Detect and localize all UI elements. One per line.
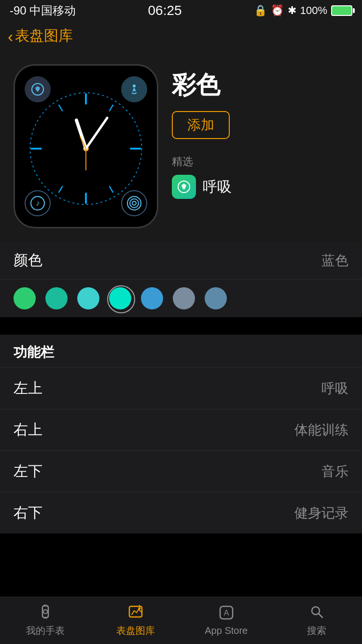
section-divider: [0, 317, 362, 335]
status-right: 🔒 ⏰ ✱ 100%: [254, 4, 352, 17]
svg-line-32: [319, 614, 322, 617]
status-time: 06:25: [148, 3, 182, 18]
bluetooth-icon: ✱: [288, 4, 296, 17]
svg-line-7: [110, 186, 113, 192]
tab-watch-faces-label: 表盘图库: [116, 624, 155, 637]
back-chevron-icon: ‹: [8, 28, 13, 44]
back-button[interactable]: ‹ 表盘图库: [8, 26, 73, 46]
svg-line-8: [59, 186, 62, 192]
funcbar-label: 功能栏: [14, 345, 54, 360]
featured-label: 精选: [172, 154, 348, 169]
row-label-bottomright: 右下: [14, 503, 42, 523]
tab-app-store-label: App Store: [205, 625, 248, 636]
color-swatches-row: [0, 279, 362, 317]
featured-app-icon: [172, 175, 196, 199]
status-bar: -90 中国移动 06:25 🔒 ⏰ ✱ 100%: [0, 0, 362, 21]
color-swatch-blue[interactable]: [141, 287, 163, 309]
settings-row-topleft[interactable]: 左上 呼吸: [0, 367, 362, 409]
watch-tab-icon: [38, 604, 53, 622]
watch-info: 彩色 添加 精选 呼吸: [172, 64, 348, 228]
color-label: 颜色: [14, 251, 42, 270]
color-swatch-cyan-selected[interactable]: [109, 287, 131, 309]
appstore-tab-icon: A: [219, 605, 234, 623]
row-value-topleft: 呼吸: [321, 379, 348, 398]
row-value-topright: 体能训练: [294, 421, 348, 439]
color-swatch-teal[interactable]: [45, 287, 68, 309]
row-label-bottomleft: 左下: [14, 462, 42, 481]
nav-back-label: 表盘图库: [15, 26, 73, 46]
tab-my-watch[interactable]: 我的手表: [0, 597, 91, 644]
svg-line-11: [86, 118, 107, 149]
svg-line-10: [76, 120, 86, 149]
nav-bar: ‹ 表盘图库: [0, 21, 362, 51]
svg-point-15: [133, 84, 136, 87]
search-tab-icon: [309, 604, 324, 622]
featured-item[interactable]: 呼吸: [172, 175, 348, 199]
tab-bar: 我的手表 表盘图库 A App Store 搜索: [0, 597, 362, 644]
battery-percent: 100%: [300, 4, 327, 17]
tab-app-store[interactable]: A App Store: [181, 597, 272, 644]
color-swatch-green[interactable]: [14, 287, 36, 309]
svg-text:♪: ♪: [36, 199, 40, 207]
row-value-bottomright: 健身记录: [294, 504, 348, 522]
settings-list: 左上 呼吸 右上 体能训练 左下 音乐 右下 健身记录: [0, 367, 362, 533]
status-signal: -90 中国移动: [10, 3, 76, 18]
complication-top-right: [121, 76, 147, 102]
tab-watch-faces[interactable]: 表盘图库: [91, 597, 181, 644]
row-value-bottomleft: 音乐: [321, 462, 348, 481]
watch-preview-section: ♪ 彩色 添加 精选: [0, 51, 362, 242]
tab-search[interactable]: 搜索: [272, 597, 362, 644]
watch-face-name: 彩色: [172, 69, 348, 101]
battery-icon: [331, 5, 352, 16]
funcbar-header: 功能栏: [0, 335, 362, 367]
svg-point-19: [130, 199, 139, 208]
row-label-topleft: 左上: [14, 378, 42, 398]
svg-point-27: [139, 607, 141, 610]
svg-point-20: [132, 201, 136, 205]
tab-search-label: 搜索: [307, 624, 326, 637]
tab-my-watch-label: 我的手表: [26, 624, 65, 637]
row-label-topright: 右上: [14, 420, 42, 440]
watch-face-preview[interactable]: ♪: [14, 64, 158, 228]
color-value: 蓝色: [321, 252, 348, 270]
add-watch-face-button[interactable]: 添加: [172, 111, 230, 139]
color-swatch-slate[interactable]: [173, 287, 195, 309]
color-section-header: 颜色 蓝色: [0, 242, 362, 279]
settings-row-topright[interactable]: 右上 体能训练: [0, 409, 362, 450]
color-swatch-steelblue[interactable]: [205, 287, 227, 309]
color-swatch-lightblue[interactable]: [77, 287, 99, 309]
settings-row-bottomleft[interactable]: 左下 音乐: [0, 450, 362, 492]
complication-top-left: [25, 76, 51, 102]
svg-line-6: [59, 105, 62, 111]
lock-icon: 🔒: [254, 4, 267, 17]
watchfaces-tab-icon: [128, 604, 143, 622]
complication-bottom-left: ♪: [25, 190, 51, 216]
svg-rect-24: [43, 604, 47, 606]
svg-text:A: A: [223, 609, 229, 617]
svg-rect-25: [43, 617, 47, 619]
featured-app-name: 呼吸: [203, 177, 232, 197]
svg-point-23: [43, 610, 47, 614]
svg-line-5: [110, 105, 113, 111]
settings-row-bottomright[interactable]: 右下 健身记录: [0, 492, 362, 533]
alarm-icon: ⏰: [271, 4, 284, 17]
complication-bottom-right: [121, 190, 147, 216]
